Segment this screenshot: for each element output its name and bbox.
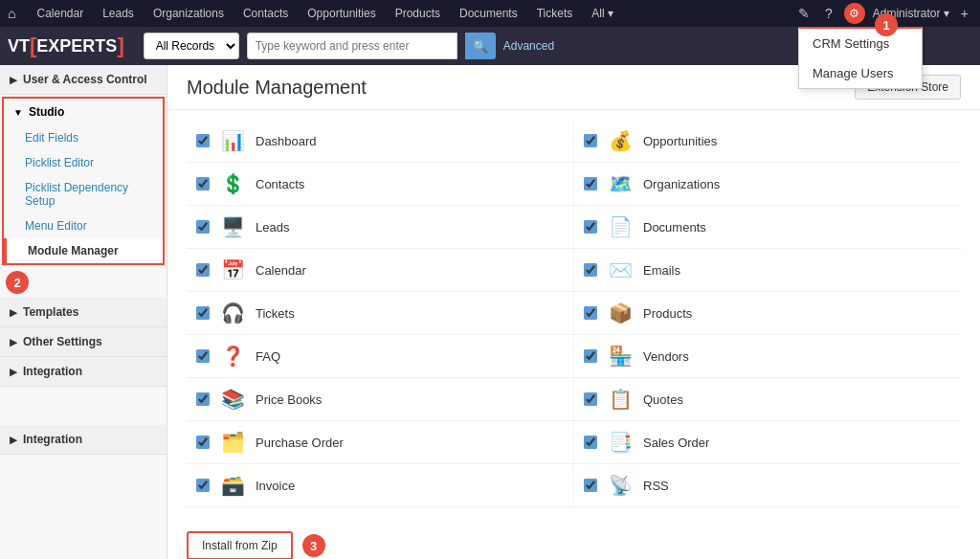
dashboard-checkbox[interactable] bbox=[196, 134, 210, 147]
sidebar-other-header[interactable]: ▶ Other Settings bbox=[0, 327, 167, 356]
pencil-icon[interactable]: ✎ bbox=[794, 6, 813, 21]
sidebar-edit-fields[interactable]: Edit Fields bbox=[4, 125, 163, 150]
vendors-icon: 🏪 bbox=[607, 343, 634, 369]
advanced-link[interactable]: Advanced bbox=[503, 39, 554, 53]
nav-products[interactable]: Products bbox=[386, 0, 450, 27]
nav-calendar[interactable]: Calendar bbox=[27, 0, 93, 27]
step-1-badge-container: 1 bbox=[875, 13, 898, 36]
nav-leads[interactable]: Leads bbox=[93, 0, 144, 27]
quotes-icon: 📋 bbox=[607, 386, 634, 413]
invoice-icon: 🗃️ bbox=[219, 472, 246, 499]
module-cell-products: 📦 Products bbox=[574, 292, 961, 334]
module-cell-opportunities: 💰 Opportunities bbox=[574, 120, 961, 162]
crm-settings-item[interactable]: CRM Settings bbox=[799, 29, 922, 58]
sidebar-picklist-editor[interactable]: Picklist Editor bbox=[4, 150, 163, 175]
arrow-icon-3: ▶ bbox=[10, 337, 17, 347]
nav-all[interactable]: All ▾ bbox=[582, 0, 623, 27]
gear-button[interactable]: ⚙ bbox=[844, 3, 865, 24]
emails-checkbox[interactable] bbox=[584, 263, 597, 277]
purchaseorder-checkbox[interactable] bbox=[196, 436, 210, 449]
search-button[interactable]: 🔍 bbox=[465, 33, 496, 59]
search-input[interactable] bbox=[247, 33, 457, 59]
documents-icon: 📄 bbox=[607, 213, 634, 240]
faq-name: FAQ bbox=[256, 349, 280, 364]
sidebar-integration-top-header[interactable]: ▶ Integration bbox=[0, 357, 167, 386]
sidebar-menu-editor[interactable]: Menu Editor bbox=[4, 213, 163, 238]
salesorder-checkbox[interactable] bbox=[584, 436, 597, 449]
module-cell-documents: 📄 Documents bbox=[574, 206, 961, 248]
nav-opportunities[interactable]: Opportunities bbox=[298, 0, 385, 27]
module-row: 📅 Calendar ✉️ Emails bbox=[187, 249, 961, 292]
calendar-checkbox[interactable] bbox=[196, 263, 210, 277]
dashboard-name: Dashboard bbox=[256, 134, 317, 148]
organizations-icon: 🗺️ bbox=[607, 170, 634, 197]
module-cell-salesorder: 📑 Sales Order bbox=[574, 421, 961, 463]
products-icon: 📦 bbox=[607, 300, 634, 326]
emails-icon: ✉️ bbox=[607, 257, 634, 283]
install-from-zip-button[interactable]: Install from Zip bbox=[187, 531, 293, 559]
module-cell-vendors: 🏪 Vendors bbox=[574, 335, 961, 377]
contacts-icon: 💲 bbox=[219, 170, 246, 197]
products-name: Products bbox=[643, 306, 692, 321]
install-section: Install from Zip 3 bbox=[167, 517, 980, 559]
emails-name: Emails bbox=[643, 263, 680, 278]
sidebar-module-manager[interactable]: Module Manager bbox=[4, 238, 163, 263]
home-icon[interactable]: ⌂ bbox=[8, 6, 15, 21]
sidebar-section-other: ▶ Other Settings bbox=[0, 327, 167, 357]
documents-checkbox[interactable] bbox=[584, 220, 597, 234]
pricebooks-checkbox[interactable] bbox=[196, 392, 210, 406]
sidebar-section-user-access: ▶ User & Access Control bbox=[0, 65, 167, 95]
nav-organizations[interactable]: Organizations bbox=[144, 0, 234, 27]
opportunities-name: Opportunities bbox=[643, 134, 717, 148]
sidebar-user-access-header[interactable]: ▶ User & Access Control bbox=[0, 65, 167, 94]
tickets-checkbox[interactable] bbox=[196, 306, 210, 320]
sidebar-section-integration-bottom: ▶ Integration bbox=[0, 425, 167, 455]
nav-tickets[interactable]: Tickets bbox=[527, 0, 583, 27]
records-select[interactable]: All Records bbox=[144, 33, 239, 59]
sidebar-other-label: Other Settings bbox=[23, 335, 102, 348]
module-cell-leads: 🖥️ Leads bbox=[187, 206, 574, 248]
step-1-badge: 1 bbox=[875, 13, 898, 36]
rss-checkbox[interactable] bbox=[584, 479, 597, 492]
products-checkbox[interactable] bbox=[584, 306, 597, 320]
vendors-checkbox[interactable] bbox=[584, 349, 597, 363]
help-icon[interactable]: ? bbox=[821, 6, 836, 21]
faq-checkbox[interactable] bbox=[196, 349, 210, 363]
logo-experts: EXPERTS bbox=[36, 36, 117, 56]
contacts-name: Contacts bbox=[256, 177, 304, 191]
quotes-checkbox[interactable] bbox=[584, 392, 597, 406]
faq-icon: ❓ bbox=[219, 343, 246, 369]
nav-documents[interactable]: Documents bbox=[450, 0, 527, 27]
sidebar-picklist-dependency[interactable]: Picklist Dependency Setup bbox=[4, 175, 163, 213]
sidebar-integration-bottom-header[interactable]: ▶ Integration bbox=[0, 425, 167, 454]
documents-name: Documents bbox=[643, 220, 706, 235]
logo-bracket2: ] bbox=[117, 34, 123, 58]
leads-icon: 🖥️ bbox=[219, 213, 246, 240]
studio-label: Studio bbox=[29, 105, 64, 119]
module-grid: 📊 Dashboard 💰 Opportunities 💲 Contacts bbox=[167, 110, 980, 517]
module-cell-invoice: 🗃️ Invoice bbox=[187, 464, 574, 506]
module-cell-tickets: 🎧 Tickets bbox=[187, 292, 574, 334]
sidebar-templates-header[interactable]: ▶ Templates bbox=[0, 298, 167, 326]
step-3-badge: 3 bbox=[302, 534, 325, 557]
rss-name: RSS bbox=[643, 479, 669, 493]
invoice-checkbox[interactable] bbox=[196, 479, 210, 492]
studio-header[interactable]: ▼ Studio bbox=[4, 99, 163, 125]
nav-contacts[interactable]: Contacts bbox=[234, 0, 298, 27]
sidebar-section-integration-top: ▶ Integration bbox=[0, 357, 167, 387]
rss-icon: 📡 bbox=[607, 472, 634, 499]
contacts-checkbox[interactable] bbox=[196, 177, 210, 190]
plus-icon[interactable]: + bbox=[957, 6, 972, 21]
module-cell-organizations: 🗺️ Organizations bbox=[574, 163, 961, 205]
module-row: 🗂️ Purchase Order 📑 Sales Order bbox=[187, 421, 961, 464]
leads-checkbox[interactable] bbox=[196, 220, 210, 234]
module-cell-dashboard: 📊 Dashboard bbox=[187, 120, 574, 162]
main-layout: ▶ User & Access Control ▼ Studio Edit Fi… bbox=[0, 65, 980, 559]
arrow-icon-4: ▶ bbox=[10, 367, 17, 377]
module-cell-pricebooks: 📚 Price Books bbox=[187, 378, 574, 420]
opportunities-checkbox[interactable] bbox=[584, 134, 597, 147]
organizations-checkbox[interactable] bbox=[584, 177, 597, 190]
module-row: 💲 Contacts 🗺️ Organizations bbox=[187, 163, 961, 206]
manage-users-item[interactable]: Manage Users bbox=[799, 58, 922, 88]
sidebar-section-templates: ▶ Templates bbox=[0, 298, 167, 327]
